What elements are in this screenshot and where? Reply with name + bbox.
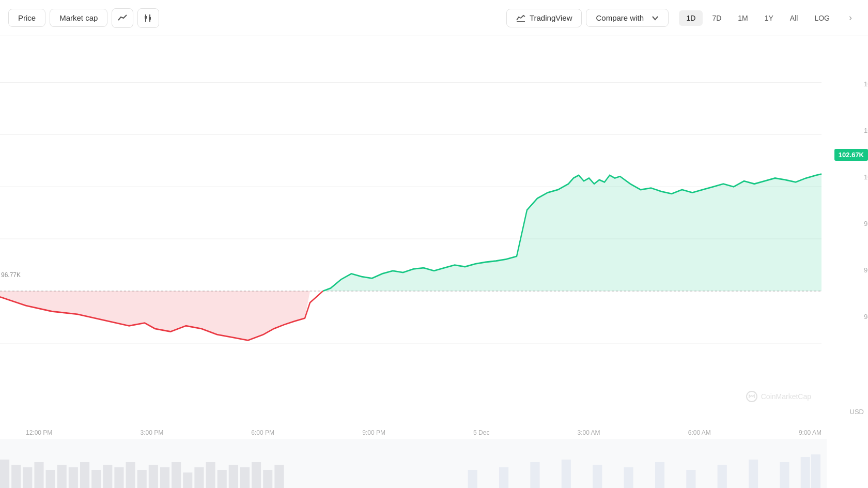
- price-tab[interactable]: Price: [8, 9, 45, 27]
- svg-rect-51: [801, 457, 810, 488]
- svg-marker-13: [323, 175, 822, 291]
- candlestick-icon[interactable]: [137, 8, 159, 28]
- y-label-98: 98.00K: [864, 220, 868, 227]
- svg-rect-46: [655, 462, 664, 488]
- watermark: CoinMarketCap: [746, 390, 811, 403]
- svg-rect-33: [206, 462, 215, 488]
- y-label-102: 102.00K: [864, 127, 868, 134]
- svg-rect-22: [80, 462, 89, 488]
- svg-rect-15: [0, 460, 9, 488]
- period-group: 1D 7D 1M 1Y All LOG: [679, 10, 837, 26]
- svg-rect-44: [593, 465, 602, 488]
- svg-rect-35: [229, 465, 238, 488]
- log-button[interactable]: LOG: [807, 10, 837, 26]
- svg-rect-20: [57, 465, 67, 488]
- svg-rect-38: [263, 470, 272, 488]
- compare-button[interactable]: Compare with: [586, 9, 669, 27]
- svg-rect-18: [34, 462, 43, 488]
- svg-rect-45: [624, 467, 633, 488]
- svg-rect-32: [194, 467, 204, 488]
- x-label-0: 12:00 PM: [26, 429, 52, 436]
- current-price-badge: 102.67K: [834, 149, 868, 161]
- period-7d[interactable]: 7D: [705, 10, 729, 26]
- y-label-100: 100.00K: [864, 173, 868, 181]
- svg-rect-26: [126, 462, 135, 488]
- svg-rect-1: [145, 16, 147, 19]
- svg-rect-39: [274, 465, 284, 488]
- svg-rect-21: [69, 467, 78, 488]
- svg-rect-37: [252, 462, 261, 488]
- svg-rect-41: [499, 467, 508, 488]
- x-label-3: 9:00 PM: [362, 429, 385, 436]
- usd-label: USD: [850, 408, 864, 416]
- volume-area: [0, 439, 827, 488]
- more-button[interactable]: ›: [841, 9, 860, 27]
- svg-rect-47: [686, 470, 695, 488]
- svg-rect-43: [562, 460, 571, 488]
- svg-rect-17: [23, 467, 32, 488]
- svg-rect-36: [240, 467, 250, 488]
- svg-rect-40: [468, 470, 477, 488]
- svg-rect-28: [149, 465, 158, 488]
- svg-rect-24: [103, 465, 112, 488]
- svg-rect-42: [530, 462, 539, 488]
- svg-rect-31: [183, 472, 192, 488]
- x-axis: 12:00 PM 3:00 PM 6:00 PM 9:00 PM 5 Dec 3…: [26, 429, 822, 436]
- market-cap-tab[interactable]: Market cap: [50, 9, 107, 27]
- svg-rect-52: [811, 454, 820, 488]
- tradingview-button[interactable]: TradingView: [506, 9, 582, 27]
- chart-container: 96.77K 102.67K 104.00K 102.00K 100.00K 9…: [0, 36, 868, 488]
- period-1y[interactable]: 1Y: [757, 10, 781, 26]
- svg-rect-29: [160, 467, 169, 488]
- svg-rect-49: [749, 460, 758, 488]
- compare-label: Compare with: [596, 13, 644, 22]
- start-price-label: 96.77K: [1, 271, 21, 279]
- watermark-text: CoinMarketCap: [761, 392, 811, 401]
- line-chart-icon[interactable]: [112, 8, 133, 28]
- svg-rect-25: [114, 467, 123, 488]
- period-all[interactable]: All: [783, 10, 805, 26]
- svg-rect-19: [46, 470, 55, 488]
- y-label-104: 104.00K: [864, 80, 868, 88]
- x-label-7: 9:00 AM: [799, 429, 822, 436]
- svg-rect-50: [780, 462, 789, 488]
- tradingview-label: TradingView: [530, 13, 572, 22]
- svg-point-14: [747, 391, 757, 402]
- y-label-94: 94.00K: [864, 313, 868, 321]
- svg-rect-34: [218, 470, 227, 488]
- price-chart: [0, 36, 868, 488]
- period-1d[interactable]: 1D: [679, 10, 703, 26]
- svg-rect-30: [172, 462, 181, 488]
- svg-rect-23: [91, 470, 101, 488]
- y-label-96: 96.00K: [864, 266, 868, 274]
- svg-marker-12: [0, 291, 310, 340]
- x-label-5: 3:00 AM: [578, 429, 600, 436]
- svg-rect-48: [718, 465, 727, 488]
- period-1m[interactable]: 1M: [731, 10, 755, 26]
- svg-rect-3: [149, 17, 151, 20]
- x-label-2: 6:00 PM: [251, 429, 274, 436]
- toolbar: Price Market cap TradingView Compare wit…: [0, 0, 868, 36]
- svg-rect-16: [11, 465, 21, 488]
- svg-rect-27: [137, 470, 147, 488]
- x-label-1: 3:00 PM: [141, 429, 164, 436]
- x-label-6: 6:00 AM: [688, 429, 711, 436]
- x-label-4: 5 Dec: [473, 429, 489, 436]
